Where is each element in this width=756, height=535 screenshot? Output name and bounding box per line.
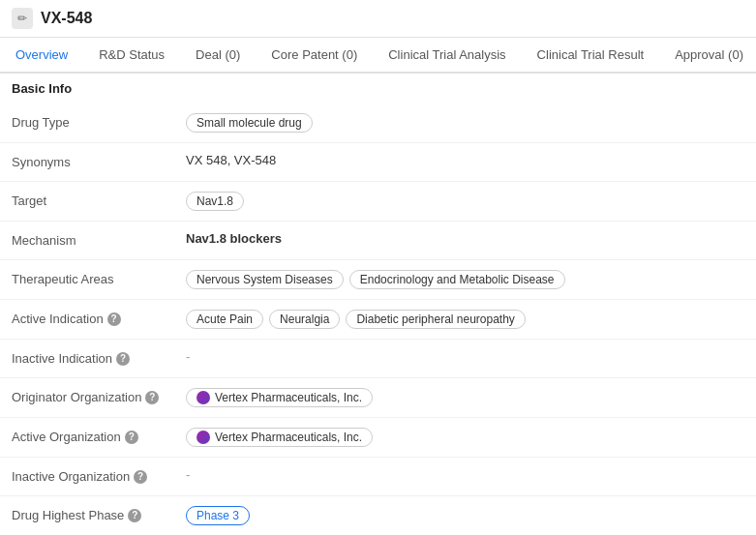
tag-item[interactable]: Small molecule drug	[186, 113, 313, 133]
value-drug-highest-phase: Phase 3	[186, 506, 744, 525]
tab-clinical-trial-analysis[interactable]: Clinical Trial Analysis	[373, 38, 521, 74]
help-icon-inactive-indication[interactable]: ?	[116, 352, 130, 366]
org-name: Vertex Pharmaceuticals, Inc.	[215, 431, 362, 444]
value-therapeutic-areas: Nervous System DiseasesEndocrinology and…	[186, 270, 744, 289]
label-inactive-organization: Inactive Organization?	[12, 467, 186, 484]
tag-item[interactable]: Neuralgia	[269, 310, 340, 329]
help-icon-active-indication[interactable]: ?	[107, 312, 121, 326]
dash-inactive-organization: -	[186, 467, 190, 482]
value-originator-organization: Vertex Pharmaceuticals, Inc.	[186, 388, 744, 407]
section-header: Basic Info	[0, 74, 756, 104]
tag-item[interactable]: Nav1.8	[186, 192, 244, 211]
org-logo-icon	[197, 391, 210, 404]
tab-rd-status[interactable]: R&D Status	[83, 38, 180, 74]
row-drug-highest-phase: Drug Highest Phase?Phase 3	[0, 496, 756, 535]
tab-approval[interactable]: Approval (0)	[659, 38, 756, 74]
row-active-indication: Active Indication?Acute PainNeuralgiaDia…	[0, 300, 756, 340]
row-mechanism: MechanismNav1.8 blockers	[0, 222, 756, 260]
value-target: Nav1.8	[186, 192, 744, 211]
page-title: VX-548	[41, 10, 92, 27]
tag-item[interactable]: Nervous System Diseases	[186, 270, 344, 289]
bold-mechanism: Nav1.8 blockers	[186, 231, 282, 246]
value-drug-type: Small molecule drug	[186, 113, 744, 133]
org-tag-item[interactable]: Vertex Pharmaceuticals, Inc.	[186, 388, 373, 407]
tag-item[interactable]: Endocrinology and Metabolic Disease	[349, 270, 565, 289]
label-therapeutic-areas: Therapeutic Areas	[12, 270, 186, 286]
value-inactive-organization: -	[186, 467, 744, 482]
tab-deal[interactable]: Deal (0)	[180, 38, 256, 74]
dash-inactive-indication: -	[186, 349, 190, 364]
label-drug-type: Drug Type	[12, 113, 186, 130]
label-active-indication: Active Indication?	[12, 310, 186, 326]
row-active-organization: Active Organization?Vertex Pharmaceutica…	[0, 418, 756, 458]
tab-core-patent[interactable]: Core Patent (0)	[256, 38, 373, 74]
row-inactive-organization: Inactive Organization?-	[0, 458, 756, 496]
tag-item[interactable]: Phase 3	[186, 506, 250, 525]
value-synonyms: VX 548, VX-548	[186, 153, 744, 167]
title-bar: ✏ VX-548	[0, 0, 756, 38]
label-mechanism: Mechanism	[12, 231, 186, 248]
value-inactive-indication: -	[186, 349, 744, 364]
org-name: Vertex Pharmaceuticals, Inc.	[215, 391, 362, 404]
tag-item[interactable]: Diabetic peripheral neuropathy	[346, 310, 525, 329]
tab-clinical-trial-result[interactable]: Clinical Trial Result	[522, 38, 660, 74]
value-mechanism: Nav1.8 blockers	[186, 231, 744, 246]
label-active-organization: Active Organization?	[12, 428, 186, 444]
org-logo-icon	[197, 431, 210, 444]
title-icon: ✏	[12, 8, 33, 29]
label-drug-highest-phase: Drug Highest Phase?	[12, 506, 186, 522]
help-icon-originator-organization[interactable]: ?	[145, 391, 159, 404]
row-synonyms: SynonymsVX 548, VX-548	[0, 143, 756, 182]
text-synonyms: VX 548, VX-548	[186, 153, 276, 167]
row-inactive-indication: Inactive Indication?-	[0, 340, 756, 378]
tab-bar: OverviewR&D StatusDeal (0)Core Patent (0…	[0, 38, 756, 74]
label-originator-organization: Originator Organization?	[12, 388, 186, 404]
help-icon-drug-highest-phase[interactable]: ?	[128, 509, 141, 522]
help-icon-inactive-organization[interactable]: ?	[134, 470, 147, 484]
row-drug-type: Drug TypeSmall molecule drug	[0, 104, 756, 143]
row-target: TargetNav1.8	[0, 182, 756, 222]
tab-overview[interactable]: Overview	[0, 38, 83, 74]
tag-item[interactable]: Acute Pain	[186, 310, 263, 329]
info-table: Drug TypeSmall molecule drugSynonymsVX 5…	[0, 104, 756, 535]
label-inactive-indication: Inactive Indication?	[12, 349, 186, 366]
row-therapeutic-areas: Therapeutic AreasNervous System Diseases…	[0, 260, 756, 300]
label-target: Target	[12, 192, 186, 208]
help-icon-active-organization[interactable]: ?	[125, 431, 138, 444]
row-originator-organization: Originator Organization?Vertex Pharmaceu…	[0, 378, 756, 418]
value-active-organization: Vertex Pharmaceuticals, Inc.	[186, 428, 744, 447]
value-active-indication: Acute PainNeuralgiaDiabetic peripheral n…	[186, 310, 744, 329]
label-synonyms: Synonyms	[12, 153, 186, 169]
org-tag-item[interactable]: Vertex Pharmaceuticals, Inc.	[186, 428, 373, 447]
